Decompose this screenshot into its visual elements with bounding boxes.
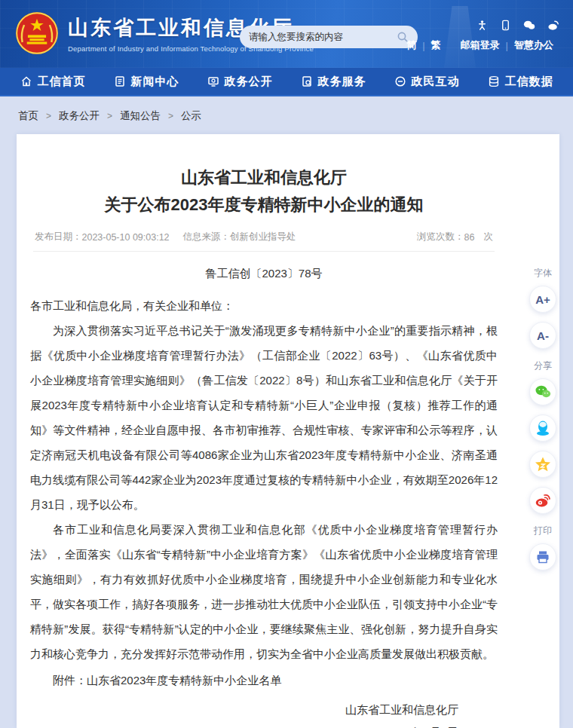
nav-label: 工信数据 — [505, 75, 553, 89]
nav-item-interaction[interactable]: 政民互动 — [394, 75, 460, 89]
views-unit: 次 — [484, 231, 494, 243]
share-qzone-button[interactable] — [529, 451, 556, 478]
breadcrumb-current: 公示 — [181, 109, 201, 123]
font-size-label: 字体 — [523, 267, 562, 280]
qzone-icon — [535, 456, 551, 473]
weibo-icon[interactable] — [547, 20, 559, 31]
print-button[interactable] — [529, 543, 556, 570]
breadcrumb-home[interactable]: 首页 — [18, 109, 38, 123]
breadcrumb-notices[interactable]: 通知公告 — [120, 109, 161, 123]
source-label: 信息来源： — [183, 231, 231, 243]
meta-divider — [33, 251, 495, 252]
font-increase-button[interactable]: A+ — [529, 286, 556, 313]
breadcrumb: 首页 > 政务公开 > 通知公告 > 公示 — [18, 109, 201, 123]
views-label: 浏览次数： — [417, 231, 464, 243]
source-value: 创新创业指导处 — [230, 231, 296, 243]
data-icon — [488, 75, 500, 87]
nav-label: 政务服务 — [318, 75, 366, 89]
lang-simplified-link[interactable]: 简 — [400, 38, 422, 52]
print-label: 打印 — [523, 525, 562, 537]
share-weibo-button[interactable] — [529, 487, 556, 514]
mobile-icon[interactable] — [500, 20, 511, 31]
article-meta: 发布日期： 2023-05-10 09:03:12 信息来源： 创新创业指导处 … — [30, 231, 498, 243]
accessibility-icon[interactable] — [476, 20, 488, 31]
article-title-line2: 关于公布2023年度专精特新中小企业的通知 — [30, 191, 498, 219]
weibo-icon — [535, 493, 551, 508]
nav-item-service[interactable]: 政务服务 — [301, 75, 366, 89]
signature-agency: 山东省工业和信息化厅 — [30, 699, 458, 721]
nav-label: 政务公开 — [225, 75, 273, 89]
font-decrease-button[interactable]: A- — [529, 322, 556, 349]
article-title: 山东省工业和信息化厅 关于公布2023年度专精特新中小企业的通知 — [30, 164, 498, 219]
article-paragraph: 为深入贯彻落实习近平总书记关于“激发涌现更多专精特新中小企业”的重要指示精神，根… — [30, 318, 498, 517]
national-emblem-logo — [15, 11, 59, 55]
main-nav: 工信首页 新闻中心 政务公开 政务服务 政民互动 — [0, 68, 573, 96]
salutation: 各市工业和信息化局，有关企业和单位： — [30, 293, 498, 318]
share-label: 分享 — [523, 359, 562, 372]
wechat-icon — [535, 384, 551, 399]
printer-icon — [535, 549, 550, 564]
breadcrumb-separator: > — [46, 111, 51, 121]
signature-date: 2023年5月9日 — [30, 721, 458, 728]
nav-item-disclosure[interactable]: 政务公开 — [207, 75, 273, 89]
nav-label: 新闻中心 — [131, 75, 179, 89]
disclosure-icon — [207, 75, 219, 87]
nav-label: 工信首页 — [38, 75, 86, 89]
wechat-icon[interactable] — [523, 20, 535, 31]
nav-item-news[interactable]: 新闻中心 — [114, 75, 179, 89]
share-wechat-button[interactable] — [529, 378, 556, 405]
publish-date: 2023-05-10 09:03:12 — [82, 232, 170, 243]
home-icon — [20, 75, 32, 87]
breadcrumb-separator: > — [107, 111, 112, 121]
publish-date-label: 发布日期： — [35, 231, 82, 243]
smart-office-link[interactable]: 智慧办公 — [508, 38, 559, 52]
breadcrumb-separator: > — [168, 111, 173, 121]
interaction-icon — [394, 75, 406, 87]
qq-icon — [535, 420, 550, 436]
nav-item-data[interactable]: 工信数据 — [488, 75, 553, 89]
breadcrumb-disclosure[interactable]: 政务公开 — [59, 109, 100, 123]
signature-block: 山东省工业和信息化厅 2023年5月9日 — [30, 699, 498, 728]
service-icon — [301, 75, 313, 87]
share-qq-button[interactable] — [529, 414, 556, 442]
site-banner: 山东省工业和信息化厅 Department of Industry and In… — [0, 0, 573, 68]
search-input[interactable] — [249, 32, 391, 42]
lang-traditional-link[interactable]: 繁 — [425, 38, 447, 52]
article-paragraph: 各市工业和信息化局要深入贯彻工业和信息化部《优质中小企业梯度培育管理暂行办法》，… — [30, 517, 498, 666]
search-bar[interactable] — [240, 26, 418, 48]
article-title-line1: 山东省工业和信息化厅 — [30, 164, 498, 191]
side-toolbar: 字体 A+ A- 分享 打印 — [523, 256, 562, 580]
document-number: 鲁工信创〔2023〕78号 — [30, 267, 498, 281]
article-card: 山东省工业和信息化厅 关于公布2023年度专精特新中小企业的通知 发布日期： 2… — [17, 134, 559, 728]
attachment-line[interactable]: 附件：山东省2023年度专精特新中小企业名单 — [30, 668, 498, 693]
nav-label: 政民互动 — [412, 75, 460, 89]
nav-item-home[interactable]: 工信首页 — [20, 75, 86, 89]
news-icon — [114, 75, 126, 87]
breadcrumb-strip: 首页 > 政务公开 > 通知公告 > 公示 — [0, 96, 573, 136]
mailbox-login-link[interactable]: 邮箱登录 — [455, 38, 506, 52]
views-count: 86 — [464, 232, 475, 243]
